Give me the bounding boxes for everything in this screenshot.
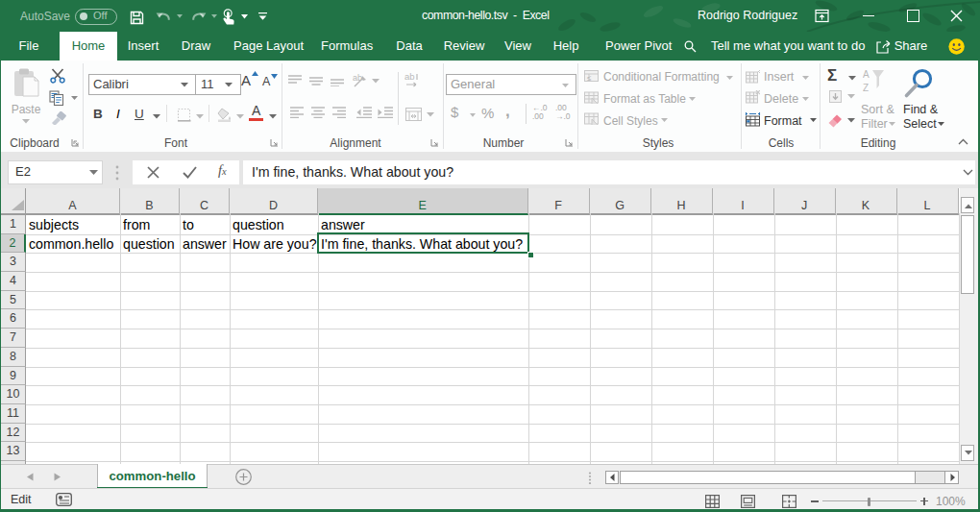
svg-text:Z: Z <box>863 83 869 93</box>
svg-text:ab: ab <box>353 73 362 83</box>
svg-text:≤: ≤ <box>587 74 592 83</box>
svg-text:A: A <box>863 69 870 80</box>
svg-text:ab: ab <box>404 72 415 82</box>
